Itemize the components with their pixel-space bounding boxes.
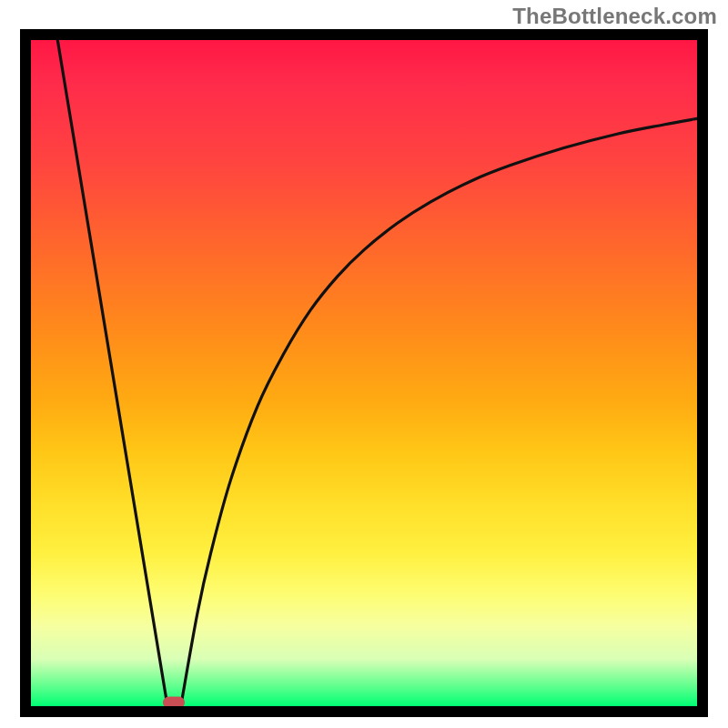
trough-marker (163, 696, 185, 706)
watermark-text: TheBottleneck.com (512, 4, 717, 29)
chart-stage: TheBottleneck.com (0, 0, 728, 728)
bottleneck-curve (57, 40, 697, 706)
curve-svg (31, 40, 697, 706)
plot-frame (20, 29, 708, 717)
plot-area (31, 40, 697, 706)
